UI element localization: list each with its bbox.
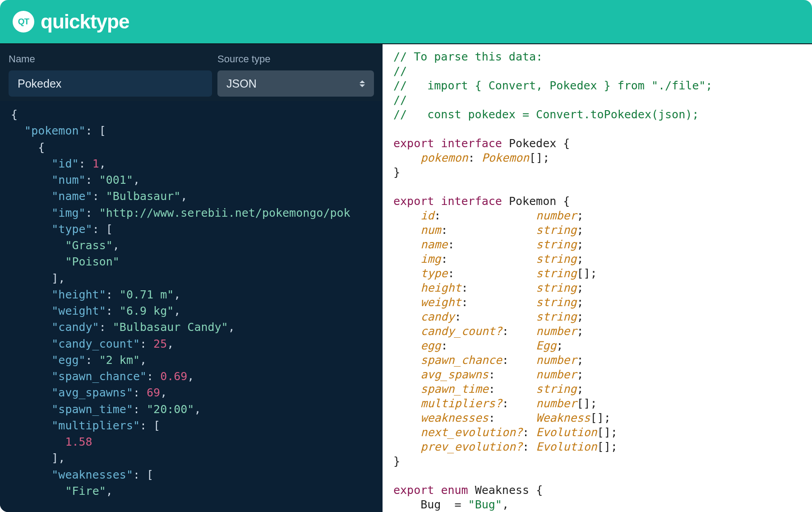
code-output-panel[interactable]: // To parse this data: // // import { Co… bbox=[383, 44, 812, 512]
source-type-label: Source type bbox=[217, 53, 374, 65]
app-header: QT quicktype bbox=[0, 0, 812, 43]
input-panel: Name Source type JSON { "pokemon": [ { "… bbox=[0, 44, 383, 512]
logo-badge-icon: QT bbox=[13, 11, 34, 33]
name-label: Name bbox=[9, 53, 212, 65]
name-input[interactable] bbox=[9, 70, 212, 97]
json-input-editor[interactable]: { "pokemon": [ { "id": 1, "num": "001", … bbox=[0, 101, 383, 512]
app-logo[interactable]: QT quicktype bbox=[13, 10, 129, 33]
source-type-value: JSON bbox=[226, 77, 257, 90]
source-type-select[interactable]: JSON bbox=[217, 70, 374, 97]
logo-text: quicktype bbox=[41, 10, 129, 33]
chevron-updown-icon bbox=[360, 80, 365, 87]
